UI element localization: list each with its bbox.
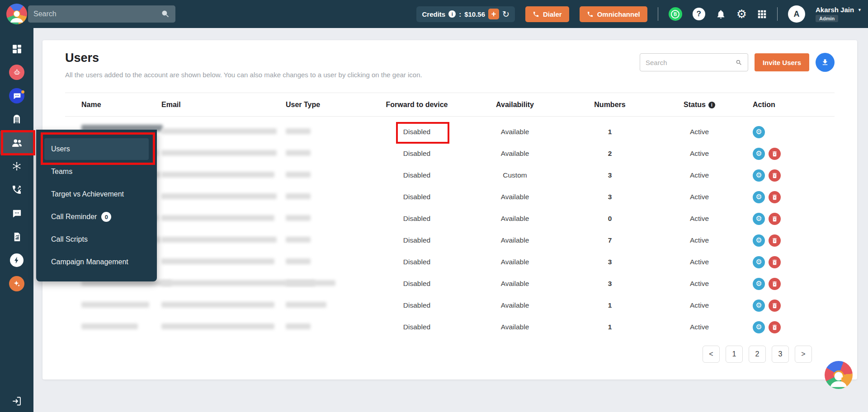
sidebar-item-reports[interactable]: [0, 225, 33, 248]
flyout-item-target-vs-achievement[interactable]: Target vs Achievement: [36, 183, 157, 206]
notifications-bell-icon[interactable]: [716, 9, 726, 19]
download-icon: [821, 58, 829, 66]
redacted-text: [161, 193, 277, 199]
cell-name: [65, 323, 161, 331]
flyout-item-call-scripts[interactable]: Call Scripts: [36, 228, 157, 251]
redacted-text: [286, 150, 311, 156]
cell-user-type: [286, 193, 367, 201]
pagination-page-1[interactable]: 1: [726, 346, 743, 363]
edit-user-gear-button[interactable]: ⚙: [753, 321, 765, 333]
cell-forward-to-device: Disabled: [367, 280, 467, 288]
sidebar-item-ai-sparkle[interactable]: [0, 272, 33, 295]
pagination-next-button[interactable]: >: [795, 346, 812, 363]
download-users-button[interactable]: [816, 53, 835, 72]
edit-user-gear-button[interactable]: ⚙: [753, 278, 765, 290]
cell-action: ⚙: [742, 213, 835, 225]
delete-user-button[interactable]: [769, 169, 781, 182]
delete-user-button[interactable]: [769, 148, 781, 160]
column-header-email: Email: [161, 101, 286, 109]
edit-user-gear-button[interactable]: ⚙: [753, 256, 765, 268]
topbar: Credits i : $10.56 + ↻ Dialer Omnichanne…: [0, 0, 868, 28]
add-credits-button[interactable]: +: [488, 9, 499, 19]
cell-availability: Available: [467, 150, 563, 158]
delete-user-button[interactable]: [769, 278, 781, 290]
cell-status: Active: [656, 171, 742, 179]
invite-users-button[interactable]: Invite Users: [755, 53, 809, 71]
cell-forward-to-device: Disabled: [367, 236, 467, 244]
whatsapp-icon[interactable]: B: [669, 7, 682, 21]
edit-user-gear-button[interactable]: ⚙: [753, 169, 765, 182]
flyout-item-campaign-management[interactable]: Campaign Management: [36, 251, 157, 273]
table-row: DisabledAvailable0Active⚙: [65, 208, 835, 229]
edit-user-gear-button[interactable]: ⚙: [753, 126, 765, 138]
global-search-input[interactable]: [33, 10, 161, 18]
flyout-item-label: Campaign Management: [51, 258, 128, 266]
edit-user-gear-button[interactable]: ⚙: [753, 148, 765, 160]
dialer-button[interactable]: Dialer: [525, 6, 569, 22]
delete-user-button[interactable]: [769, 256, 781, 268]
flyout-item-users[interactable]: Users: [44, 138, 149, 160]
cell-status: Active: [656, 323, 742, 331]
table-row: DisabledAvailable7Active⚙: [65, 229, 835, 251]
phone-icon: [587, 11, 594, 18]
ai-sparkle-icon: [9, 276, 24, 291]
cell-user-type: [286, 258, 367, 266]
user-avatar[interactable]: A: [788, 5, 805, 23]
sidebar-item-power-dialer[interactable]: [0, 248, 33, 272]
edit-user-gear-button[interactable]: ⚙: [753, 191, 765, 203]
sidebar-item-dashboard[interactable]: [0, 37, 33, 61]
whatsapp-letter: B: [671, 10, 679, 19]
edit-user-gear-button[interactable]: ⚙: [753, 213, 765, 225]
sidebar-item-integrations[interactable]: [0, 154, 33, 178]
dashboard-icon: [11, 43, 23, 55]
apps-grid-icon[interactable]: [757, 9, 767, 19]
column-header-status: Statusi: [656, 101, 742, 109]
user-role-badge: Admin: [816, 15, 838, 22]
sidebar-item-call-logs[interactable]: [0, 178, 33, 201]
logout-icon[interactable]: [11, 396, 22, 407]
delete-user-button[interactable]: [769, 213, 781, 225]
cell-name: [65, 301, 161, 309]
cell-numbers: 0: [563, 215, 656, 223]
cell-numbers: 3: [563, 280, 656, 288]
edit-user-gear-button[interactable]: ⚙: [753, 234, 765, 247]
settings-gear-icon[interactable]: ⚙: [736, 8, 747, 20]
delete-user-button[interactable]: [769, 300, 781, 312]
redacted-text: [286, 215, 311, 221]
app-logo-icon[interactable]: [6, 4, 27, 24]
sidebar-item-numbers[interactable]: [0, 108, 33, 131]
page-subtitle: All the users added to the account are s…: [65, 71, 422, 79]
pagination-prev-button[interactable]: <: [703, 346, 720, 363]
credits-value: $10.56: [464, 10, 485, 18]
sidebar-item-chat-bot[interactable]: [0, 84, 33, 108]
pagination-page-3[interactable]: 3: [772, 346, 789, 363]
users-page-card: Users All the users added to the account…: [42, 40, 857, 379]
user-menu[interactable]: Akarsh Jain ▼: [816, 6, 862, 14]
flyout-item-call-reminder[interactable]: Call Reminder0: [36, 206, 157, 228]
flyout-item-teams[interactable]: Teams: [36, 160, 157, 183]
cell-user-type: [286, 323, 367, 331]
cell-numbers: 1: [563, 301, 656, 309]
edit-user-gear-button[interactable]: ⚙: [753, 300, 765, 312]
delete-user-button[interactable]: [769, 321, 781, 333]
credits-info-icon[interactable]: i: [448, 10, 456, 18]
pagination-page-2[interactable]: 2: [749, 346, 766, 363]
help-icon[interactable]: ?: [693, 8, 705, 20]
delete-user-button[interactable]: [769, 191, 781, 203]
redacted-text: [286, 258, 311, 264]
users-search-input[interactable]: [646, 59, 736, 66]
redacted-text: [286, 128, 311, 134]
delete-user-button[interactable]: [769, 234, 781, 247]
omnichannel-button[interactable]: Omnichannel: [580, 6, 647, 22]
sidebar-item-users[interactable]: [0, 131, 33, 154]
numbers-icon: [11, 114, 22, 125]
refresh-credits-icon[interactable]: ↻: [502, 9, 509, 19]
cell-availability: Available: [467, 323, 563, 331]
column-header-name: Name: [65, 101, 161, 109]
sidebar-item-ai-bot[interactable]: [0, 61, 33, 84]
cell-action: ⚙: [742, 256, 835, 268]
sidebar: [0, 28, 33, 412]
status-info-icon[interactable]: i: [708, 102, 715, 108]
sidebar-item-sms[interactable]: [0, 201, 33, 225]
support-chat-icon[interactable]: [825, 361, 853, 389]
